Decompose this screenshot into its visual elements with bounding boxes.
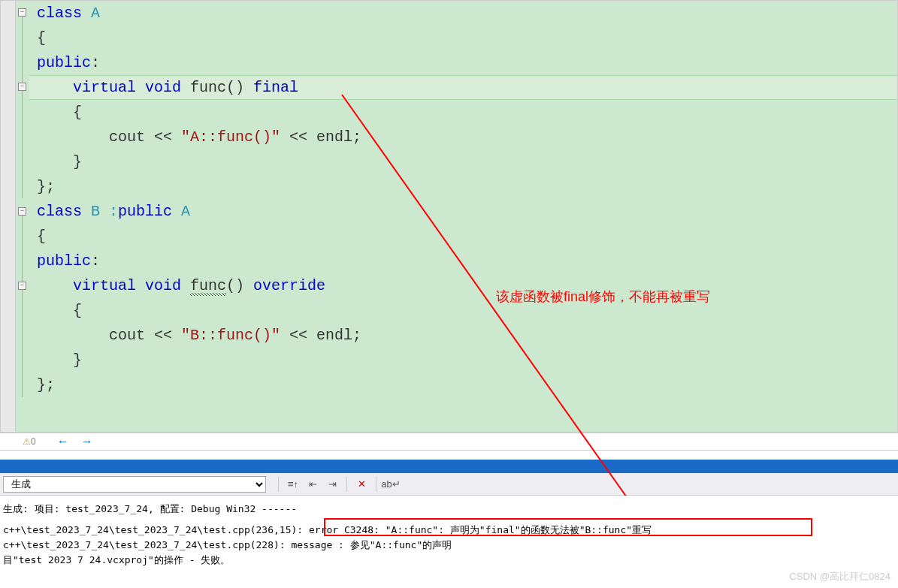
fold-toggle[interactable]: −	[18, 83, 26, 91]
keyword-public: public	[37, 252, 91, 270]
prev-message-button[interactable]: ≡↑	[285, 476, 301, 493]
keyword-void: void	[136, 79, 181, 96]
separator	[346, 477, 347, 492]
watermark: CSDN @高比拜仁0824	[789, 570, 890, 583]
fold-column[interactable]: − − − −	[16, 1, 29, 432]
keyword-virtual: virtual	[73, 79, 136, 96]
clear-button[interactable]: ✕	[353, 476, 370, 493]
spacer	[0, 451, 898, 460]
outdent-button[interactable]: ⇤	[304, 476, 321, 493]
annotation-text: 该虚函数被final修饰，不能再被重写	[496, 288, 710, 306]
code-editor[interactable]: − − − − class A { public: virtual void f…	[0, 0, 898, 433]
type-name: A	[172, 203, 190, 220]
panel-header[interactable]	[0, 460, 898, 473]
output-toolbar: 生成 ≡↑ ⇤ ⇥ ✕ ab↵	[0, 473, 898, 496]
output-panel[interactable]: 生成: 项目: test_2023_7_24, 配置: Debug Win32 …	[0, 496, 898, 574]
output-line: c++\test_2023_7_24\test_2023_7_24\test.c…	[3, 538, 895, 553]
keyword-void: void	[136, 277, 181, 294]
fold-line	[22, 216, 23, 397]
gutter	[1, 1, 16, 432]
output-line: 生成: 项目: test_2023_7_24, 配置: Debug Win32 …	[3, 502, 895, 517]
string-literal: "B::func()"	[181, 327, 280, 344]
fold-toggle[interactable]: −	[18, 207, 26, 216]
keyword-class: class	[37, 5, 82, 22]
type-name: A	[82, 5, 100, 22]
nav-back-button[interactable]: ←	[57, 435, 69, 448]
output-error-line: c++\test_2023_7_24\test_2023_7_24\test.c…	[3, 523, 895, 538]
status-bar: ⚠ 0 ← →	[0, 433, 898, 451]
keyword-class: class	[37, 203, 82, 220]
keyword-virtual: virtual	[73, 277, 136, 294]
separator	[278, 477, 279, 492]
nav-forward-button[interactable]: →	[81, 435, 93, 448]
keyword-public: public	[118, 203, 172, 220]
indent-button[interactable]: ⇥	[324, 476, 340, 493]
string-literal: "A::func()"	[181, 128, 280, 146]
output-line: 目"test 2023 7 24.vcxproj"的操作 - 失败。	[3, 553, 895, 568]
fold-line	[22, 17, 23, 198]
fold-toggle[interactable]: −	[18, 8, 26, 17]
word-wrap-button[interactable]: ab↵	[382, 476, 399, 493]
code-content[interactable]: class A { public: virtual void func() fi…	[29, 1, 897, 432]
keyword-final: final	[253, 79, 298, 96]
keyword-public: public	[37, 54, 91, 71]
warning-icon: ⚠	[23, 436, 31, 447]
warning-count: 0	[31, 436, 36, 447]
error-func: func	[190, 277, 226, 296]
brace: {	[37, 26, 897, 50]
type-name: B :	[82, 203, 118, 220]
keyword-override: override	[253, 277, 325, 294]
fold-toggle[interactable]: −	[18, 282, 26, 290]
output-source-dropdown[interactable]: 生成	[3, 476, 266, 493]
separator	[376, 477, 376, 492]
